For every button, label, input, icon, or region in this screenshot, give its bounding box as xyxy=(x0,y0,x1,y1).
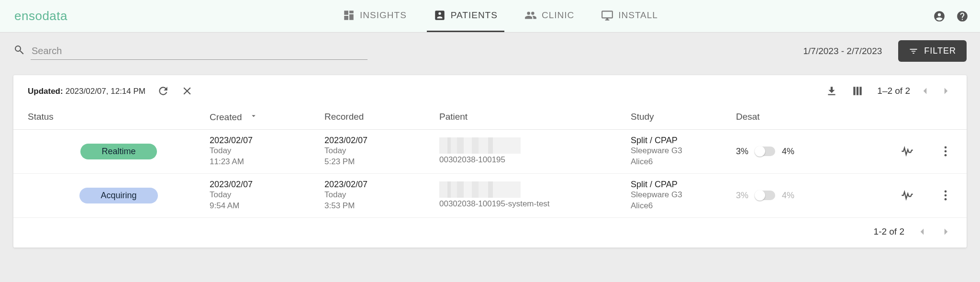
nav-tab-label: CLINIC xyxy=(542,10,574,21)
created-rel: Today xyxy=(210,146,324,157)
col-recorded[interactable]: Recorded xyxy=(324,112,439,123)
nav-tab-label: INSTALL xyxy=(618,10,658,21)
page-summary: 1–2 of 2 xyxy=(877,86,910,96)
card-toolbar: Updated: 2023/02/07, 12:14 PM 1–2 of 2 xyxy=(13,75,967,104)
study-device: Alice6 xyxy=(631,201,736,212)
svg-point-3 xyxy=(945,191,947,193)
recorded-time: 5:23 PM xyxy=(324,157,439,168)
card-footer: 1-2 of 2 xyxy=(13,218,967,248)
page-summary: 1-2 of 2 xyxy=(874,226,904,237)
table-header: Status Created Recorded Patient Study De… xyxy=(13,104,967,130)
search-icon xyxy=(13,44,25,58)
created-date: 2023/02/07 xyxy=(210,180,324,190)
status-badge: Realtime xyxy=(80,144,156,159)
desat-left: 3% xyxy=(736,191,748,201)
desat-toggle[interactable] xyxy=(755,147,775,156)
waveform-button[interactable] xyxy=(901,145,914,158)
patient-id: 00302038-100195-system-test xyxy=(439,199,631,210)
monitor-icon xyxy=(601,9,613,22)
col-status[interactable]: Status xyxy=(28,112,210,123)
created-time: 11:23 AM xyxy=(210,157,324,168)
help-icon[interactable] xyxy=(956,10,969,23)
more-menu-button[interactable] xyxy=(939,189,952,202)
created-time: 9:54 AM xyxy=(210,201,324,212)
account-icon[interactable] xyxy=(933,10,946,23)
col-created[interactable]: Created xyxy=(210,112,324,123)
desat-left: 3% xyxy=(736,147,748,157)
prev-page-button[interactable] xyxy=(916,226,928,238)
recorded-rel: Today xyxy=(324,146,439,157)
col-patient[interactable]: Patient xyxy=(439,112,631,123)
patient-name-redacted xyxy=(439,181,521,198)
patient-name-redacted xyxy=(439,137,521,154)
study-software: Sleepware G3 xyxy=(631,190,736,201)
brand-name: ensodata xyxy=(14,9,67,23)
table-row[interactable]: Acquiring 2023/02/07 Today 9:54 AM 2023/… xyxy=(13,174,967,218)
chevron-down-icon xyxy=(249,112,258,120)
recorded-rel: Today xyxy=(324,190,439,201)
nav-right xyxy=(933,10,969,23)
svg-point-1 xyxy=(945,150,947,153)
nav-tab-insights[interactable]: INSIGHTS xyxy=(336,0,413,32)
next-page-button[interactable] xyxy=(940,85,952,97)
updated-label: Updated: xyxy=(28,87,63,96)
col-desat[interactable]: Desat xyxy=(736,112,875,123)
date-range[interactable]: 1/7/2023 - 2/7/2023 xyxy=(803,46,882,56)
nav-tab-label: INSIGHTS xyxy=(360,10,407,21)
svg-point-0 xyxy=(945,147,947,149)
dashboard-icon xyxy=(343,9,355,22)
created-rel: Today xyxy=(210,190,324,201)
nav-tab-install[interactable]: INSTALL xyxy=(594,0,665,32)
status-badge: Acquiring xyxy=(79,188,157,203)
col-study[interactable]: Study xyxy=(631,112,736,123)
download-button[interactable] xyxy=(825,85,838,97)
table-row[interactable]: Realtime 2023/02/07 Today 11:23 AM 2023/… xyxy=(13,130,967,174)
created-date: 2023/02/07 xyxy=(210,135,324,146)
people-icon xyxy=(524,9,537,22)
search-input[interactable] xyxy=(31,43,368,60)
svg-point-2 xyxy=(945,154,947,157)
refresh-button[interactable] xyxy=(157,85,169,97)
updated-value: 2023/02/07, 12:14 PM xyxy=(66,87,145,96)
close-button[interactable] xyxy=(181,85,193,97)
columns-button[interactable] xyxy=(851,85,864,97)
patient-id: 00302038-100195 xyxy=(439,155,631,166)
study-device: Alice6 xyxy=(631,157,736,168)
desat-toggle[interactable] xyxy=(755,191,775,200)
filter-button-label: FILTER xyxy=(924,46,956,56)
nav-tab-patients[interactable]: PATIENTS xyxy=(427,0,504,32)
waveform-button[interactable] xyxy=(901,189,914,202)
more-menu-button[interactable] xyxy=(939,145,952,158)
nav-tab-clinic[interactable]: CLINIC xyxy=(518,0,581,32)
study-type: Split / CPAP xyxy=(631,180,736,190)
study-type: Split / CPAP xyxy=(631,135,736,146)
patients-card: Updated: 2023/02/07, 12:14 PM 1–2 of 2 xyxy=(13,75,967,248)
prev-page-button[interactable] xyxy=(919,85,931,97)
recorded-date: 2023/02/07 xyxy=(324,135,439,146)
top-nav: ensodata INSIGHTS PATIENTS CLINIC INSTAL… xyxy=(0,0,980,33)
brand-logo[interactable]: ensodata xyxy=(11,9,67,23)
nav-tab-label: PATIENTS xyxy=(451,10,498,21)
filter-icon xyxy=(909,46,918,56)
desat-right: 4% xyxy=(782,191,794,201)
svg-point-5 xyxy=(945,198,947,201)
patient-icon xyxy=(434,9,446,22)
filter-bar: 1/7/2023 - 2/7/2023 FILTER xyxy=(0,33,980,67)
search-field xyxy=(13,43,368,60)
filter-button[interactable]: FILTER xyxy=(898,40,967,62)
recorded-date: 2023/02/07 xyxy=(324,180,439,190)
study-software: Sleepware G3 xyxy=(631,146,736,157)
nav-tabs: INSIGHTS PATIENTS CLINIC INSTALL xyxy=(67,0,933,32)
next-page-button[interactable] xyxy=(940,226,952,238)
svg-point-4 xyxy=(945,194,947,197)
recorded-time: 3:53 PM xyxy=(324,201,439,212)
desat-right: 4% xyxy=(782,147,794,157)
